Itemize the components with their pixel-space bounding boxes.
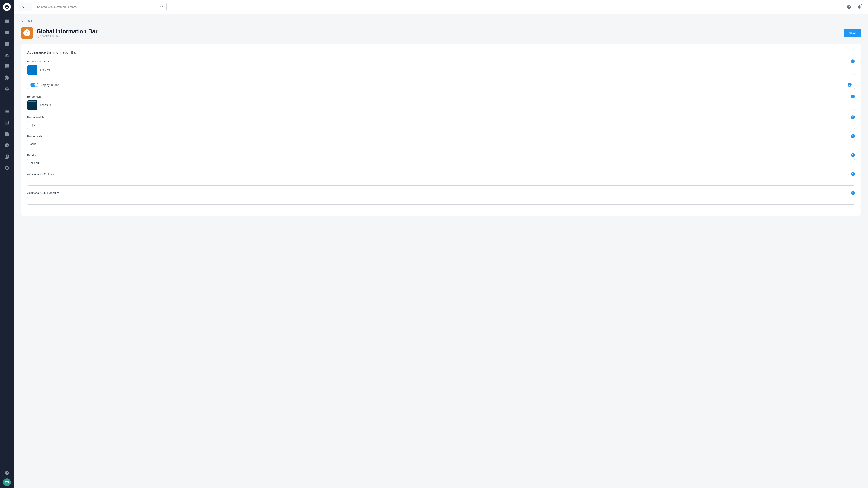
- sidebar-item-help[interactable]: [0, 467, 14, 479]
- background-color-label-row: Background color ?: [27, 59, 855, 63]
- border-weight-help-icon[interactable]: ?: [851, 116, 855, 119]
- notifications-icon-button[interactable]: [856, 3, 863, 10]
- background-color-input-row: [27, 65, 855, 75]
- search-bar[interactable]: All: [19, 3, 167, 11]
- page-title: Global Information Bar: [36, 28, 844, 35]
- notification-badge: [861, 4, 862, 6]
- app-icon-letter: i: [24, 30, 30, 36]
- search-filter-dropdown[interactable]: All: [19, 3, 32, 11]
- padding-label: Padding: [27, 154, 37, 157]
- border-color-label-row: Border color ?: [27, 95, 855, 98]
- sidebar-nav: [0, 14, 14, 467]
- padding-input[interactable]: [27, 159, 855, 167]
- border-color-field: Border color ?: [27, 95, 855, 110]
- additional-css-properties-input[interactable]: [27, 196, 855, 204]
- border-color-help-icon[interactable]: ?: [851, 95, 855, 98]
- header-actions: [845, 3, 863, 10]
- app-icon: i: [21, 27, 33, 39]
- toggle-knob: [34, 83, 38, 87]
- sidebar-item-analytics-3[interactable]: [0, 128, 14, 140]
- back-button[interactable]: Back: [21, 19, 861, 23]
- display-border-toggle-row[interactable]: Display border ?: [27, 80, 855, 89]
- back-label: Back: [26, 19, 32, 23]
- save-button[interactable]: Save: [844, 29, 861, 37]
- sidebar-item-add[interactable]: [0, 95, 14, 106]
- padding-help-icon[interactable]: ?: [851, 153, 855, 157]
- background-color-swatch[interactable]: [27, 65, 37, 75]
- border-color-hex-input[interactable]: [37, 101, 855, 109]
- sidebar-logo[interactable]: [0, 0, 14, 14]
- border-weight-input[interactable]: [27, 121, 855, 129]
- card-title: Appearance the Information Bar: [27, 51, 855, 54]
- sidebar-item-customers[interactable]: [0, 50, 14, 61]
- background-color-help-icon[interactable]: ?: [851, 59, 855, 63]
- display-border-help-icon[interactable]: ?: [847, 83, 851, 87]
- border-color-swatch[interactable]: [27, 100, 37, 110]
- search-submit-icon[interactable]: [157, 5, 166, 9]
- border-style-field: Border style ?: [27, 134, 855, 148]
- additional-css-properties-label-row: Additional CSS properties ?: [27, 191, 855, 195]
- border-style-help-icon[interactable]: ?: [851, 134, 855, 138]
- sidebar-item-analytics-2[interactable]: [0, 117, 14, 128]
- sidebar-item-plugins[interactable]: [0, 72, 14, 83]
- additional-css-classes-help-icon[interactable]: ?: [851, 172, 855, 176]
- background-color-label: Background color: [27, 60, 49, 63]
- sidebar-item-shop-2[interactable]: [0, 151, 14, 162]
- background-color-field: Background color ?: [27, 59, 855, 75]
- padding-label-row: Padding ?: [27, 153, 855, 157]
- sidebar-item-shop-1[interactable]: [0, 140, 14, 151]
- border-weight-label-row: Border weight ?: [27, 116, 855, 119]
- sidebar-item-marketing[interactable]: [0, 61, 14, 72]
- display-border-toggle[interactable]: [30, 83, 38, 87]
- appearance-card: Appearance the Information Bar Backgroun…: [21, 44, 861, 216]
- sidebar-user-avatar[interactable]: CG: [3, 479, 11, 486]
- border-style-input[interactable]: [27, 140, 855, 148]
- display-border-label: Display border: [40, 83, 847, 87]
- border-style-label-row: Border style ?: [27, 134, 855, 138]
- header: All: [14, 0, 868, 14]
- page-content: Back i Global Information Bar by COMPRA …: [14, 14, 868, 488]
- additional-css-properties-help-icon[interactable]: ?: [851, 191, 855, 195]
- additional-css-classes-label-row: Additional CSS classes ?: [27, 172, 855, 176]
- app-title-group: Global Information Bar by COMPRA GmbH: [36, 28, 844, 38]
- app-header: i Global Information Bar by COMPRA GmbH …: [21, 27, 861, 39]
- main-content: All Back i: [14, 0, 868, 488]
- sidebar-item-products[interactable]: [0, 38, 14, 50]
- border-weight-label: Border weight: [27, 116, 44, 119]
- additional-css-classes-label: Additional CSS classes: [27, 172, 56, 176]
- additional-css-classes-input[interactable]: [27, 177, 855, 186]
- logo-icon: [3, 3, 11, 11]
- sidebar-bottom: CG: [0, 467, 14, 488]
- app-subtitle: by COMPRA GmbH: [36, 35, 844, 38]
- sidebar-item-orders[interactable]: [0, 27, 14, 38]
- sidebar-item-dashboard[interactable]: [0, 15, 14, 27]
- sidebar-item-shop-3[interactable]: [0, 162, 14, 173]
- additional-css-classes-field: Additional CSS classes ?: [27, 172, 855, 186]
- sidebar-item-analytics-1[interactable]: [0, 106, 14, 117]
- help-icon-button[interactable]: [845, 3, 852, 10]
- search-input[interactable]: [32, 5, 157, 8]
- additional-css-properties-field: Additional CSS properties ?: [27, 191, 855, 204]
- background-color-hex-input[interactable]: [37, 66, 855, 74]
- sidebar: CG: [0, 0, 14, 488]
- border-color-label: Border color: [27, 95, 42, 98]
- border-style-label: Border style: [27, 135, 42, 138]
- additional-css-properties-label: Additional CSS properties: [27, 191, 59, 195]
- border-color-input-row: [27, 100, 855, 110]
- border-weight-field: Border weight ?: [27, 116, 855, 129]
- search-filter-label: All: [22, 5, 25, 8]
- sidebar-item-settings[interactable]: [0, 83, 14, 95]
- padding-field: Padding ?: [27, 153, 855, 167]
